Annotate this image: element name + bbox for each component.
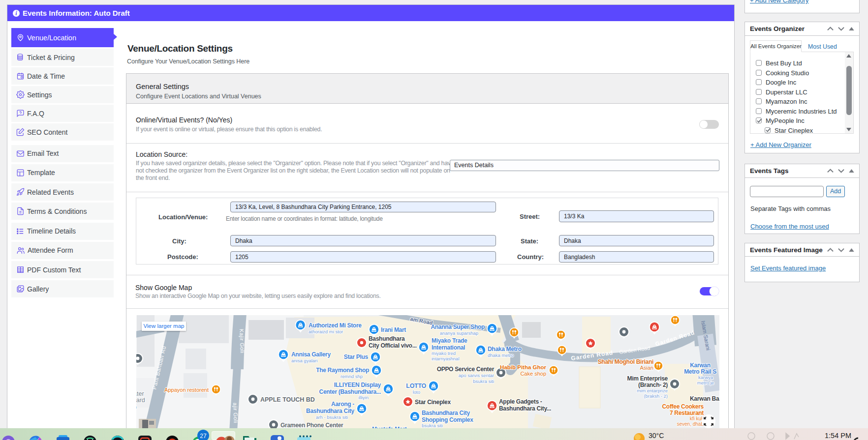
svg-text:Authorized Mi Store: Authorized Mi Store (309, 322, 362, 329)
svg-text:Coffee Cookers: Coffee Cookers (662, 403, 704, 410)
svg-text:intarnyashnal: intarnyashnal (432, 356, 460, 361)
svg-text:OPPO Service Center: OPPO Service Center (437, 366, 495, 373)
svg-text:loto: loto (413, 389, 420, 395)
svg-text:miyako tred: miyako tred (432, 351, 456, 356)
svg-text:Appayon restorent: Appayon restorent (164, 387, 209, 393)
svg-text:(braksh - 2): (braksh - 2) (644, 393, 668, 399)
svg-text:Dhaka Metro: Dhaka Metro (488, 346, 522, 352)
svg-text:Bashundhara City...: Bashundhara City... (499, 405, 551, 412)
svg-text:Ananna Super Shop: Ananna Super Shop (431, 323, 485, 330)
svg-text:Star Cineplex: Star Cineplex (415, 399, 451, 406)
svg-text:ajir Goli: ajir Goli (232, 403, 239, 423)
svg-text:remnd shp: remnd shp (341, 374, 363, 379)
svg-text:Bashundhara City: Bashundhara City (306, 408, 355, 414)
svg-text:metro je: metro je (697, 380, 714, 385)
svg-text:Aarong -: Aarong - (331, 401, 354, 408)
svg-text:APPLE TOUCH BD: APPLE TOUCH BD (260, 396, 315, 403)
svg-text:Annisa Gallery: Annisa Gallery (291, 351, 331, 358)
svg-text:Irani Mart: Irani Mart (381, 326, 406, 333)
svg-text:arh - bsukra siti: arh - bsukra siti (316, 414, 348, 420)
svg-text:karwya: karwya (698, 375, 713, 380)
svg-text:bsukra siti: bsukra siti (473, 379, 494, 384)
svg-text:Karwan: Karwan (690, 362, 711, 369)
svg-text:(Branch- 2): (Branch- 2) (638, 381, 668, 388)
svg-text:mim entarprize: mim entarprize (637, 388, 668, 393)
svg-text:apo sarvis sentar: apo sarvis sentar (459, 373, 494, 378)
svg-text:Bashundhara City: Bashundhara City (422, 410, 470, 416)
svg-text:7 Restaurant: 7 Restaurant (670, 410, 704, 416)
svg-text:ater: ater (136, 390, 144, 397)
svg-text:Metro Rail S: Metro Rail S (684, 368, 716, 375)
svg-text:27: 27 (200, 433, 207, 440)
svg-text:Bashundhara: Bashundhara (369, 335, 405, 342)
svg-text:ILLIYEEN Display: ILLIYEEN Display (334, 381, 381, 388)
svg-text:seven, dhab: seven, dhab (677, 421, 704, 427)
svg-text:LOTTO: LOTTO (406, 382, 426, 389)
svg-text:Center (Bashundhara...: Center (Bashundhara... (319, 388, 381, 395)
svg-text:Habib Pitha Ghor: Habib Pitha Ghor (500, 364, 546, 370)
svg-text:Star Plus: Star Plus (344, 353, 369, 360)
svg-text:Kajir Goli: Kajir Goli (239, 329, 246, 353)
svg-text:The Raymond Shop: The Raymond Shop (316, 367, 369, 374)
svg-text:ananya suparshap: ananya suparshap (440, 330, 478, 336)
svg-text:Grameen Phone Center: Grameen Phone Center (280, 422, 343, 429)
svg-text:illiyin: illiyin (358, 395, 369, 400)
svg-text:Shahi Moghol Biriani: Shahi Moghol Biriani (598, 358, 653, 365)
svg-text:dhaka metro: dhaka metro (488, 352, 514, 358)
svg-text:Shopping Complex: Shopping Complex (422, 416, 473, 423)
svg-text:International: International (432, 344, 465, 351)
svg-text:City Official vivo...: City Official vivo... (369, 342, 417, 349)
svg-text:Miyako Trade: Miyako Trade (432, 337, 467, 344)
svg-text:athoraizd mi stor: athoraizd mi stor (309, 329, 343, 334)
svg-text:loard: loard (136, 397, 145, 404)
svg-text:n: n (136, 405, 137, 410)
svg-text:Asian: Asian (640, 365, 653, 371)
svg-text:Apple Gadgets -: Apple Gadgets - (499, 398, 542, 405)
svg-text:Mim Enterprise: Mim Enterprise (627, 375, 668, 382)
svg-text:Cake shop: Cake shop (520, 371, 546, 377)
svg-text:anisa gyalari: anisa gyalari (291, 358, 317, 363)
svg-text:Karwan Baz: Karwan Baz (690, 395, 719, 402)
